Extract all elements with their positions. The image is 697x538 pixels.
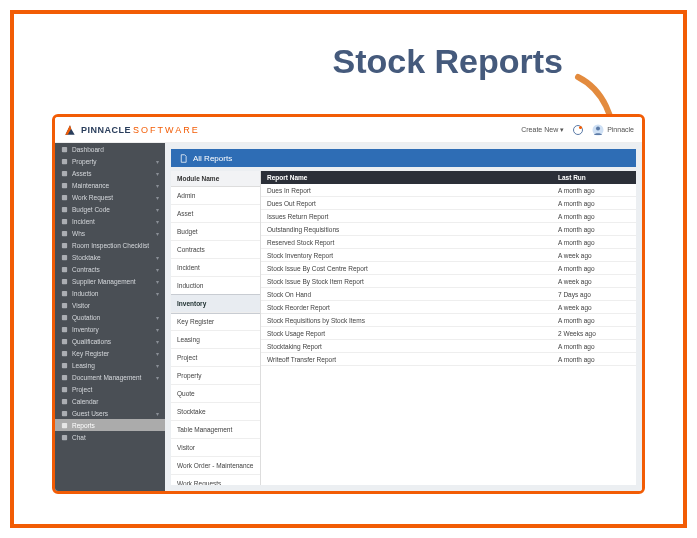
sidebar-item-property[interactable]: Property▾ — [55, 155, 165, 167]
sidebar-item-whs[interactable]: Whs▾ — [55, 227, 165, 239]
sidebar-item-work-request[interactable]: Work Request▾ — [55, 191, 165, 203]
inventory-icon — [61, 326, 68, 333]
module-item-inventory[interactable]: Inventory — [171, 295, 260, 313]
svg-rect-13 — [62, 254, 67, 259]
box-icon — [61, 254, 68, 261]
td-last-run: A month ago — [558, 200, 630, 207]
table-row[interactable]: Writeoff Transfer ReportA month ago — [261, 353, 636, 366]
sidebar-item-label: Stocktake — [72, 254, 101, 261]
td-report-name: Outstanding Requisitions — [267, 226, 558, 233]
td-report-name: Issues Return Report — [267, 213, 558, 220]
table-row[interactable]: Stock Inventory ReportA week ago — [261, 249, 636, 262]
file-icon — [61, 266, 68, 273]
module-item-induction[interactable]: Induction — [171, 277, 260, 295]
module-item-property[interactable]: Property — [171, 367, 260, 385]
table-row[interactable]: Outstanding RequisitionsA month ago — [261, 223, 636, 236]
content-pane: All Reports Module Name AdminAssetBudget… — [165, 143, 642, 491]
td-report-name: Stock Usage Report — [267, 330, 558, 337]
chevron-down-icon: ▾ — [156, 230, 159, 237]
sidebar-item-room-inspection-checklist[interactable]: Room Inspection Checklist — [55, 239, 165, 251]
svg-rect-10 — [62, 218, 67, 223]
sidebar-item-contracts[interactable]: Contracts▾ — [55, 263, 165, 275]
chat-icon — [61, 434, 68, 441]
table-row[interactable]: Issues Return ReportA month ago — [261, 210, 636, 223]
sidebar-item-label: Key Register — [72, 350, 109, 357]
th-report-name: Report Name — [267, 174, 558, 181]
module-item-work-order-maintenance[interactable]: Work Order - Maintenance — [171, 457, 260, 475]
sidebar-item-calendar[interactable]: Calendar — [55, 395, 165, 407]
module-item-work-requests[interactable]: Work Requests — [171, 475, 260, 485]
sidebar-item-key-register[interactable]: Key Register▾ — [55, 347, 165, 359]
table-row[interactable]: Stock Requisitions by Stock ItemsA month… — [261, 314, 636, 327]
svg-rect-11 — [62, 230, 67, 235]
svg-rect-20 — [62, 338, 67, 343]
sidebar-item-dashboard[interactable]: Dashboard — [55, 143, 165, 155]
create-new-button[interactable]: Create New ▾ — [521, 126, 564, 134]
sidebar-item-supplier-management[interactable]: Supplier Management▾ — [55, 275, 165, 287]
sidebar-item-label: Property — [72, 158, 97, 165]
dashboard-icon — [61, 146, 68, 153]
sidebar-item-chat[interactable]: Chat — [55, 431, 165, 443]
module-item-stocktake[interactable]: Stocktake — [171, 403, 260, 421]
sidebar-item-guest-users[interactable]: Guest Users▾ — [55, 407, 165, 419]
report-table: Report Name Last Run Dues In ReportA mon… — [261, 171, 636, 485]
notification-icon[interactable] — [572, 124, 584, 136]
module-item-asset[interactable]: Asset — [171, 205, 260, 223]
svg-rect-14 — [62, 266, 67, 271]
table-row[interactable]: Dues Out ReportA month ago — [261, 197, 636, 210]
lease-icon — [61, 362, 68, 369]
sidebar-item-incident[interactable]: Incident▾ — [55, 215, 165, 227]
sidebar-item-stocktake[interactable]: Stocktake▾ — [55, 251, 165, 263]
table-header: Report Name Last Run — [261, 171, 636, 184]
sidebar-item-inventory[interactable]: Inventory▾ — [55, 323, 165, 335]
table-row[interactable]: Reserved Stock ReportA month ago — [261, 236, 636, 249]
sidebar-item-reports[interactable]: Reports — [55, 419, 165, 431]
sidebar-item-label: Induction — [72, 290, 98, 297]
header-actions: Create New ▾ Pinnacle — [521, 124, 634, 136]
module-item-quote[interactable]: Quote — [171, 385, 260, 403]
sidebar-item-budget-code[interactable]: Budget Code▾ — [55, 203, 165, 215]
doc-icon — [61, 374, 68, 381]
sidebar-item-label: Guest Users — [72, 410, 108, 417]
svg-rect-21 — [62, 350, 67, 355]
sidebar-item-leasing[interactable]: Leasing▾ — [55, 359, 165, 371]
td-report-name: Dues In Report — [267, 187, 558, 194]
module-item-contracts[interactable]: Contracts — [171, 241, 260, 259]
guest-icon — [61, 410, 68, 417]
svg-rect-18 — [62, 314, 67, 319]
module-item-incident[interactable]: Incident — [171, 259, 260, 277]
report-icon — [61, 422, 68, 429]
module-item-leasing[interactable]: Leasing — [171, 331, 260, 349]
td-report-name: Stock Requisitions by Stock Items — [267, 317, 558, 324]
sidebar-item-project[interactable]: Project — [55, 383, 165, 395]
table-row[interactable]: Stock Usage Report2 Weeks ago — [261, 327, 636, 340]
sidebar-item-qualifications[interactable]: Qualifications▾ — [55, 335, 165, 347]
module-item-budget[interactable]: Budget — [171, 223, 260, 241]
reports-panel: Module Name AdminAssetBudgetContractsInc… — [171, 171, 636, 485]
td-last-run: A month ago — [558, 265, 630, 272]
table-row[interactable]: Stock Reorder ReportA week ago — [261, 301, 636, 314]
user-menu[interactable]: Pinnacle — [592, 124, 634, 136]
module-item-visitor[interactable]: Visitor — [171, 439, 260, 457]
table-row[interactable]: Stock Issue By Cost Centre ReportA month… — [261, 262, 636, 275]
svg-rect-24 — [62, 386, 67, 391]
module-item-admin[interactable]: Admin — [171, 187, 260, 205]
brand-text-2: SOFTWARE — [133, 125, 200, 135]
table-row[interactable]: Stocktaking ReportA month ago — [261, 340, 636, 353]
sidebar-item-induction[interactable]: Induction▾ — [55, 287, 165, 299]
sidebar-item-visitor[interactable]: Visitor — [55, 299, 165, 311]
module-item-table-management[interactable]: Table Management — [171, 421, 260, 439]
module-item-key-register[interactable]: Key Register — [171, 313, 260, 331]
td-last-run: A month ago — [558, 356, 630, 363]
module-item-project[interactable]: Project — [171, 349, 260, 367]
table-row[interactable]: Stock On Hand7 Days ago — [261, 288, 636, 301]
table-row[interactable]: Dues In ReportA month ago — [261, 184, 636, 197]
sidebar-item-label: Calendar — [72, 398, 98, 405]
table-row[interactable]: Stock Issue By Stock Item ReportA week a… — [261, 275, 636, 288]
sidebar-item-quotation[interactable]: Quotation▾ — [55, 311, 165, 323]
sidebar-item-maintenance[interactable]: Maintenance▾ — [55, 179, 165, 191]
sidebar-item-assets[interactable]: Assets▾ — [55, 167, 165, 179]
sidebar-item-document-management[interactable]: Document Management▾ — [55, 371, 165, 383]
logo-icon — [63, 123, 77, 137]
td-report-name: Stock Reorder Report — [267, 304, 558, 311]
